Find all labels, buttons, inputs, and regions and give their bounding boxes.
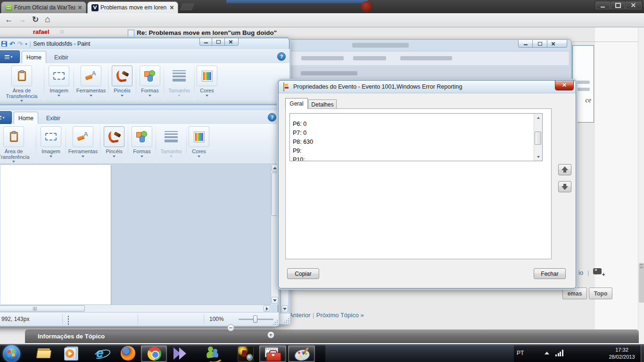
mu-game-icon[interactable] (238, 346, 254, 362)
page-scrollbar[interactable] (638, 27, 644, 344)
next-event-button[interactable] (558, 181, 571, 192)
zoom-in-icon[interactable] (267, 331, 274, 338)
clipboard-icon[interactable] (11, 66, 32, 86)
colors-icon[interactable] (197, 66, 217, 86)
messenger-icon[interactable] (206, 346, 222, 361)
ribbon-group-shapes[interactable]: Formas (138, 63, 162, 103)
tab-detalhes[interactable]: Detalhes (308, 99, 337, 109)
zoom-slider-thumb[interactable] (253, 315, 257, 323)
horizontal-scrollbar[interactable] (0, 304, 271, 312)
minimize-button[interactable] (199, 38, 212, 46)
tab-close-icon[interactable] (169, 5, 175, 10)
plus-icon[interactable]: + (602, 272, 605, 277)
ribbon-group-brushes[interactable]: Pincéis (102, 124, 126, 164)
reload-icon[interactable]: ↻ (30, 15, 41, 25)
topo-button[interactable]: Topo (589, 288, 612, 299)
back-icon[interactable]: ← (4, 15, 14, 25)
reply-link-fragment[interactable]: io (578, 269, 583, 276)
select-icon[interactable] (41, 126, 61, 147)
shapes-icon[interactable] (132, 126, 152, 147)
previous-link[interactable]: Anterior (289, 312, 311, 319)
browser-close-button[interactable] (625, 1, 642, 10)
tab-geral[interactable]: Geral (285, 98, 308, 109)
brush-icon[interactable] (112, 66, 132, 86)
maximize-button[interactable] (212, 38, 225, 46)
qat-dropdown-icon[interactable]: ▾ (25, 42, 27, 46)
dialog-title-bar[interactable]: Propriedades do Evento - Evento 1001,Win… (279, 81, 576, 93)
ribbon-group-colors[interactable]: Cores (188, 124, 210, 164)
vertical-scrollbar[interactable] (271, 164, 278, 304)
event-properties-dialog[interactable]: Propriedades do Evento - Evento 1001,Win… (278, 80, 576, 288)
chrome-taskbar-button[interactable] (141, 346, 167, 362)
page-scrollbar-thumb[interactable] (639, 263, 644, 303)
network-signal-icon[interactable] (555, 350, 563, 356)
forward-icon[interactable]: → (17, 15, 27, 25)
paint-menu-button[interactable]: ▾ (0, 111, 12, 124)
browser-restore-button[interactable] (610, 1, 626, 10)
minimize-button[interactable] (518, 40, 533, 48)
language-indicator[interactable]: PT (517, 350, 524, 356)
zoom-out-icon[interactable] (227, 324, 234, 331)
previous-event-button[interactable] (558, 164, 571, 175)
ribbon-group-shapes[interactable]: Formas (130, 124, 154, 164)
tab-close-icon[interactable] (77, 5, 83, 10)
ribbon-group-tools[interactable]: Ferramentas (75, 63, 107, 103)
copiar-button[interactable]: Copiar (287, 268, 319, 279)
ribbon-group-image[interactable]: Imagem (38, 124, 64, 164)
media-player-icon[interactable] (64, 346, 78, 361)
hidden-icons-arrow[interactable] (545, 352, 549, 354)
clipboard-icon[interactable] (3, 126, 24, 147)
textarea-scrollbar[interactable] (534, 114, 542, 161)
post-title[interactable]: Re: Problemas move em loren"um Bug doido… (137, 29, 277, 36)
dialog-close-button[interactable] (555, 81, 574, 90)
redo-icon[interactable]: ↷ (17, 41, 23, 47)
select-icon[interactable] (49, 66, 69, 86)
paint-taskbar-button[interactable] (288, 346, 315, 362)
close-button[interactable] (547, 40, 567, 48)
start-button[interactable] (3, 345, 20, 362)
post-author[interactable]: rafael (33, 28, 50, 35)
title-bar-sliver[interactable] (0, 105, 278, 110)
problems-button-partial[interactable]: emas (562, 288, 587, 299)
firefox-icon[interactable] (121, 346, 135, 361)
title-bar[interactable]: ↶ ↷ ▾ | Sem títulodsfds - Paint (0, 38, 289, 49)
show-desktop-button[interactable] (641, 345, 644, 362)
internet-explorer-icon[interactable]: e (93, 346, 109, 362)
event-data-textarea[interactable]: P6: 0 P7: 0 P8: 630 P9: P10: (289, 113, 543, 161)
canvas[interactable] (0, 165, 111, 304)
ribbon-group-image[interactable]: Imagem (46, 63, 72, 103)
browser-tab-thread[interactable]: Problemas move em loren (87, 1, 178, 13)
tab-exibir[interactable]: Exibir (41, 113, 66, 124)
tab-home[interactable]: Home (22, 51, 46, 64)
canvas-area[interactable] (0, 164, 278, 304)
maximize-button[interactable] (533, 40, 547, 48)
save-icon[interactable] (1, 41, 7, 47)
paint-window-front[interactable]: ▾ Home Exibir ? Área de Transferência Im… (0, 105, 278, 325)
shapes-icon[interactable] (140, 66, 160, 86)
resize-grip-icon[interactable] (272, 319, 278, 325)
tools-icon[interactable] (73, 126, 93, 147)
ribbon-group-clipboard[interactable]: Área de Transferência (0, 124, 34, 164)
browser-tab-forum[interactable]: Fórum Oficial da WarTean (1, 1, 86, 13)
next-topic-link[interactable]: Próximo Tópico » (316, 312, 364, 319)
help-icon[interactable]: ? (277, 52, 286, 61)
ribbon-group-colors[interactable]: Cores (196, 63, 218, 103)
brush-icon[interactable] (104, 126, 124, 147)
home-icon[interactable]: ⌂ (42, 14, 53, 25)
kmplayer-icon[interactable] (173, 347, 189, 360)
tab-home[interactable]: Home (14, 112, 38, 124)
colors-icon[interactable] (189, 126, 209, 147)
help-icon[interactable]: ? (268, 113, 276, 122)
ribbon-group-brushes[interactable]: Pincéis (110, 63, 134, 103)
fechar-button[interactable]: Fechar (534, 268, 566, 279)
ribbon-group-clipboard[interactable]: Área de Transferência (1, 63, 42, 103)
windows-explorer-icon[interactable] (37, 347, 52, 360)
quote-reply-icon[interactable] (593, 268, 602, 274)
tab-exibir[interactable]: Exibir (49, 52, 74, 63)
new-tab-button[interactable] (180, 3, 195, 10)
undo-icon[interactable]: ↶ (9, 41, 15, 47)
event-viewer-taskbar-button[interactable] (259, 346, 286, 362)
close-button[interactable] (225, 38, 239, 46)
tools-icon[interactable] (81, 66, 101, 86)
ribbon-group-tools[interactable]: Ferramentas (67, 124, 99, 164)
